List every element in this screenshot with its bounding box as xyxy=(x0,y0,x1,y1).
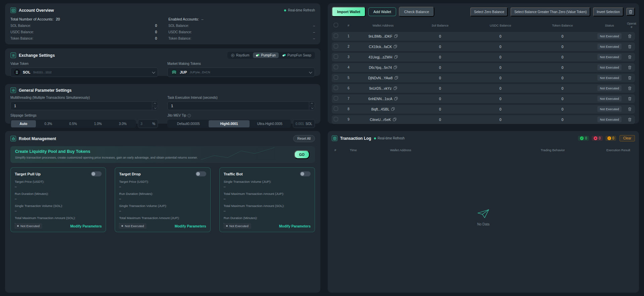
wallet-row[interactable]: 1 9nLBMb...iDKF 0 0 0 Not Executed xyxy=(332,32,635,41)
row-checkbox[interactable] xyxy=(334,117,338,121)
token-balance-label: Token Balance: xyxy=(10,37,33,40)
trash-icon[interactable] xyxy=(628,118,632,122)
reset-all-button[interactable]: Reset All xyxy=(293,135,315,142)
row-checkbox[interactable] xyxy=(334,44,338,48)
row-checkbox[interactable] xyxy=(334,96,338,100)
clear-log-button[interactable]: Clear xyxy=(620,135,635,141)
toggle-switch[interactable] xyxy=(196,171,206,176)
panel-title: Account Overview xyxy=(19,8,54,13)
go-button[interactable]: GO xyxy=(294,150,310,159)
trash-icon[interactable] xyxy=(628,45,632,49)
wallet-row[interactable]: 8 8iqft...4SBL 0 0 0 Not Executed xyxy=(332,105,635,114)
col-operate: Operate xyxy=(626,22,637,29)
usdc-balance-label: USDC Balance: xyxy=(10,30,34,34)
select-all-checkbox[interactable] xyxy=(334,23,338,27)
wallet-row[interactable]: 3 41Uegj...zZWH 0 0 0 Not Executed xyxy=(332,53,635,61)
sol-balance: 0 xyxy=(412,34,469,38)
trash-icon[interactable] xyxy=(628,66,632,70)
token-balance: 0 xyxy=(532,66,593,70)
copy-icon[interactable] xyxy=(393,86,397,90)
tab-raydium[interactable]: R Raydium xyxy=(228,52,252,58)
jito-option-ultra[interactable]: Ultra-High0.0005 xyxy=(250,120,290,127)
copy-icon[interactable] xyxy=(394,55,398,59)
trash-icon[interactable] xyxy=(628,97,632,101)
wallet-row[interactable]: 4 D6cYpq...5n74 0 0 0 Not Executed xyxy=(332,63,635,72)
status-dot-icon xyxy=(226,225,228,227)
trash-icon[interactable] xyxy=(628,55,632,59)
trash-icon[interactable] xyxy=(628,34,632,38)
usdc-balance: 0 xyxy=(469,55,532,59)
jito-option-default[interactable]: Default0.00005 xyxy=(168,120,209,127)
row-checkbox[interactable] xyxy=(334,86,338,90)
copy-icon[interactable] xyxy=(391,107,395,111)
total-accounts: Total Number of Accounts: 20 xyxy=(10,17,157,21)
token-symbol: SOL xyxy=(23,70,31,74)
panel-title: General Parameter Settings xyxy=(19,88,71,93)
trash-icon[interactable] xyxy=(628,107,632,111)
modify-parameters-link[interactable]: Modify Parameters xyxy=(279,224,311,228)
slippage-option[interactable]: 0.5% xyxy=(61,120,86,127)
sol-balance: 0 xyxy=(412,45,469,49)
total-accounts-value: 20 xyxy=(56,17,60,21)
toggle-switch[interactable] xyxy=(300,171,311,176)
row-index: 8 xyxy=(342,107,355,111)
tab-pumpfun-swap[interactable]: PumpFun Swap xyxy=(279,52,314,58)
panel-title: Transaction Log xyxy=(340,136,371,141)
select-gt-zero-button[interactable]: Select Balance Greater Than Zero (Value … xyxy=(511,7,590,16)
market-token-select[interactable]: JUP JUPyiw...DvCN xyxy=(167,68,315,77)
usdc-balance: 0 xyxy=(469,66,532,70)
account-overview-icon xyxy=(10,7,16,13)
copy-icon[interactable] xyxy=(394,34,398,38)
wallet-row[interactable]: 2 CX19ck...faCK 0 0 0 Not Executed xyxy=(332,42,635,51)
number-stepper[interactable] xyxy=(152,102,158,110)
row-checkbox[interactable] xyxy=(334,75,338,80)
check-balance-button[interactable]: Check Balance xyxy=(399,7,434,17)
tab-label: PumpFun xyxy=(261,53,275,57)
refresh-label: Real-time Refresh xyxy=(288,8,315,12)
success-counter: ✓0 xyxy=(578,136,589,141)
modify-parameters-link[interactable]: Modify Parameters xyxy=(70,224,102,228)
jito-option-high[interactable]: High0.0001 xyxy=(209,120,249,127)
number-stepper[interactable] xyxy=(309,102,315,110)
copy-icon[interactable] xyxy=(393,118,396,121)
sol-balance: 0 xyxy=(412,97,469,101)
status-badge: Not Executed xyxy=(223,223,251,229)
delete-selected-button[interactable] xyxy=(626,8,635,16)
trash-icon[interactable] xyxy=(628,86,632,90)
toggle-switch[interactable] xyxy=(91,171,102,176)
copy-icon[interactable] xyxy=(393,45,397,48)
card-title: Target Drop xyxy=(119,172,141,176)
modify-parameters-link[interactable]: Modify Parameters xyxy=(175,224,206,228)
slippage-option[interactable]: 3.0% xyxy=(110,120,135,127)
row-checkbox[interactable] xyxy=(334,54,338,59)
info-icon[interactable]: i xyxy=(187,114,191,117)
invert-selection-button[interactable]: Invert Selection xyxy=(593,7,624,16)
copy-icon[interactable] xyxy=(394,76,398,80)
select-zero-balance-button[interactable]: Select Zero Balance xyxy=(470,7,508,16)
row-checkbox[interactable] xyxy=(334,107,338,111)
slippage-custom-input[interactable]: 3 % xyxy=(138,119,158,128)
row-checkbox[interactable] xyxy=(334,34,338,38)
trash-icon[interactable] xyxy=(628,76,632,80)
copy-icon[interactable] xyxy=(394,97,398,100)
usdc-balance-value: – xyxy=(313,30,315,34)
wallet-row[interactable]: 5 DjNDvN...YAw8 0 0 0 Not Executed xyxy=(332,74,635,82)
slippage-option[interactable]: 0.3% xyxy=(36,120,61,127)
copy-icon[interactable] xyxy=(393,66,397,69)
value-token-select[interactable]: SOL So1111...1112 xyxy=(10,68,158,77)
import-wallet-button[interactable]: Import Wallet xyxy=(332,7,366,17)
jito-custom-input[interactable]: 0.001 SOL xyxy=(293,119,315,128)
task-interval-input[interactable]: 1 xyxy=(167,101,315,110)
wallet-row[interactable]: 6 9xUrD5...vkYz 0 0 0 Not Executed xyxy=(332,84,635,93)
row-checkbox[interactable] xyxy=(334,65,338,69)
slippage-option-auto[interactable]: Auto xyxy=(11,120,36,127)
wallet-row[interactable]: 9 CitneU...r5eK 0 0 0 Not Executed xyxy=(332,115,635,124)
slippage-option[interactable]: 1.0% xyxy=(86,120,110,127)
tab-pumpfun[interactable]: PumpFun xyxy=(253,52,278,58)
status-text: Not Executed xyxy=(125,224,144,228)
usdc-balance: 0 xyxy=(469,118,532,122)
wallet-row[interactable]: 7 6nhENN...1scA 0 0 0 Not Executed xyxy=(332,94,635,103)
multithreading-input[interactable]: 1 xyxy=(10,101,158,110)
row-index: 3 xyxy=(342,55,355,59)
add-wallet-button[interactable]: Add Wallet xyxy=(368,7,396,16)
